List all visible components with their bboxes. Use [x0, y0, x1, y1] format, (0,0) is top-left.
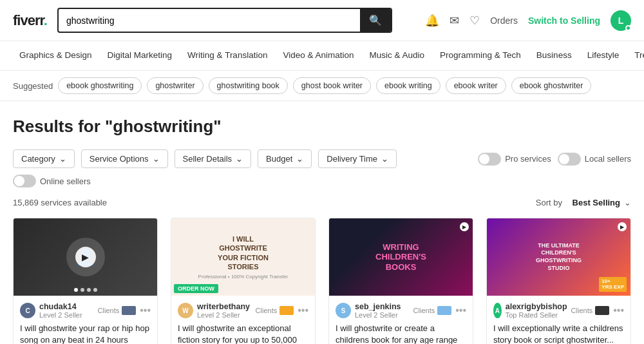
nav-item-graphics[interactable]: Graphics & Design	[13, 41, 99, 70]
local-sellers-toggle-group: Local sellers	[558, 153, 631, 166]
seller-name-3: alexrigbybishop	[506, 302, 567, 311]
sort-chevron-icon: ⌄	[624, 198, 631, 207]
more-button-3[interactable]: •••	[613, 305, 624, 316]
seller-details-filter[interactable]: Seller Details ⌄	[175, 149, 252, 168]
service-options-filter[interactable]: Service Options ⌄	[81, 149, 168, 168]
card-seller-2: S seb_jenkins Level 2 Seller Clients •••	[336, 302, 466, 319]
tag-1[interactable]: ghostwriter	[147, 77, 203, 94]
more-button-1[interactable]: •••	[298, 305, 308, 316]
online-sellers-label: Online sellers	[40, 177, 91, 186]
results-title: Results for "ghostwriting"	[13, 117, 631, 137]
more-button-2[interactable]: •••	[455, 305, 466, 316]
seller-avatar-0: C	[20, 303, 35, 318]
sort-by-dropdown[interactable]: Sort by Best Selling ⌄	[536, 198, 631, 207]
avatar[interactable]: L	[611, 10, 631, 31]
card-body-3: A alexrigbybishop Top Rated Seller Clien…	[487, 296, 630, 344]
seller-info-2: seb_jenkins Level 2 Seller	[355, 302, 410, 319]
category-filter[interactable]: Category ⌄	[13, 149, 75, 168]
budget-filter[interactable]: Budget ⌄	[258, 149, 312, 168]
clients-icon-2	[437, 306, 451, 315]
card-seller-3: A alexrigbybishop Top Rated Seller Clien…	[493, 302, 624, 319]
service-card-2[interactable]: WRITINGCHILDREN'SBOOKS ▶ S seb_jenkins L…	[328, 218, 473, 344]
card-body-2: S seb_jenkins Level 2 Seller Clients •••…	[329, 296, 473, 344]
pro-services-toggle[interactable]	[478, 153, 501, 166]
clients-label-3: Clients	[571, 307, 593, 314]
nav-item-trending[interactable]: Trending	[628, 41, 644, 70]
clients-badge-1: Clients	[256, 306, 294, 315]
delivery-time-filter[interactable]: Delivery Time ⌄	[318, 149, 397, 168]
clients-icon-0	[122, 306, 136, 315]
nav-item-lifestyle[interactable]: Lifestyle	[581, 41, 626, 70]
seller-avatar-2: S	[336, 303, 351, 318]
favorites-icon[interactable]: ♡	[469, 14, 480, 28]
service-card-0[interactable]: 👤 ▶ C chudak14 Level 2 Seller	[13, 218, 158, 344]
seller-level-2: Level 2 Seller	[355, 311, 410, 319]
switch-selling-button[interactable]: Switch to Selling	[528, 15, 600, 26]
pro-services-toggle-group: Pro services	[478, 153, 551, 166]
avatar-letter: L	[618, 15, 624, 26]
nav-item-business[interactable]: Business	[530, 41, 578, 70]
local-sellers-label: Local sellers	[585, 154, 631, 164]
video-icon-2: ▶	[460, 222, 469, 231]
card-image-3: THE ULTIMATECHILDREN'SGHOSTWRITINGSTUDIO…	[487, 218, 630, 296]
results-meta: 15,869 services available Sort by Best S…	[13, 198, 631, 207]
suggested-label: Suggested	[13, 81, 53, 91]
clients-label-1: Clients	[256, 307, 278, 314]
results-count: 15,869 services available	[13, 198, 107, 207]
tag-5[interactable]: ebook writer	[446, 77, 506, 94]
logo[interactable]: fiverr.	[13, 12, 47, 29]
tag-0[interactable]: ebook ghostwriting	[58, 77, 142, 94]
card-title-2: I will ghostwrite or create a childrens …	[336, 323, 466, 344]
play-button-0[interactable]: ▶	[75, 247, 96, 267]
suggested-bar: Suggested ebook ghostwriting ghostwriter…	[0, 71, 644, 101]
sort-by-label: Sort by	[536, 198, 562, 207]
clients-label-2: Clients	[413, 307, 435, 314]
card-image-2: WRITINGCHILDREN'SBOOKS ▶	[329, 218, 473, 296]
main-content: Results for "ghostwriting" Category ⌄ Se…	[0, 101, 644, 344]
order-now-badge-1: ORDER NOW	[174, 284, 218, 293]
card-title-0: I will ghostwrite your rap or hip hop so…	[20, 323, 151, 344]
nav-item-video[interactable]: Video & Animation	[276, 41, 360, 70]
seller-avatar-1: W	[178, 303, 193, 318]
tag-6[interactable]: ebook ghostwriter	[511, 77, 592, 94]
card-dots-0	[74, 288, 97, 292]
search-bar: 🔍	[57, 8, 392, 33]
online-sellers-toggle-group: Online sellers	[13, 175, 91, 187]
clients-icon-1	[279, 306, 294, 315]
seller-info-3: alexrigbybishop Top Rated Seller	[506, 302, 567, 319]
message-icon[interactable]: ✉	[450, 14, 459, 28]
seller-level-0: Level 2 Seller	[39, 311, 94, 319]
service-card-1[interactable]: I WILLGHOSTWRITEYOUR FICTIONSTORIES Prof…	[171, 218, 316, 344]
local-sellers-toggle[interactable]	[558, 153, 581, 166]
seller-avatar-3: A	[493, 303, 502, 318]
seller-info-0: chudak14 Level 2 Seller	[39, 302, 94, 319]
nav-item-writing[interactable]: Writing & Translation	[181, 41, 274, 70]
card-seller-1: W writerbethany Level 2 Seller Clients •…	[178, 302, 308, 319]
search-button[interactable]: 🔍	[360, 9, 391, 32]
tag-2[interactable]: ghostwriting book	[209, 77, 288, 94]
play-button-3[interactable]: ▶	[618, 222, 627, 231]
clients-badge-0: Clients	[98, 306, 137, 315]
seller-info-1: writerbethany Level 2 Seller	[197, 302, 252, 319]
card-body-0: C chudak14 Level 2 Seller Clients ••• I …	[14, 296, 157, 344]
pro-services-label: Pro services	[505, 154, 551, 164]
online-sellers-toggle[interactable]	[13, 175, 36, 187]
header: fiverr. 🔍 🔔 ✉ ♡ Orders Switch to Selling…	[0, 0, 644, 41]
top-rated-badge-3: 10+YRS EXP	[599, 277, 627, 292]
seller-name-2: seb_jenkins	[355, 302, 410, 311]
orders-link[interactable]: Orders	[490, 15, 518, 26]
card-seller-0: C chudak14 Level 2 Seller Clients •••	[20, 302, 151, 319]
clients-label-0: Clients	[98, 307, 120, 314]
seller-name-1: writerbethany	[197, 302, 252, 311]
tag-3[interactable]: ghost book writer	[293, 77, 371, 94]
service-card-3[interactable]: THE ULTIMATECHILDREN'SGHOSTWRITINGSTUDIO…	[486, 218, 631, 344]
clients-icon-3	[595, 306, 609, 315]
search-input[interactable]	[59, 10, 360, 31]
nav-item-programming[interactable]: Programming & Tech	[433, 41, 527, 70]
seller-level-1: Level 2 Seller	[197, 311, 252, 319]
notification-icon[interactable]: 🔔	[425, 14, 439, 28]
tag-4[interactable]: ebook writing	[376, 77, 440, 94]
more-button-0[interactable]: •••	[140, 305, 151, 316]
nav-item-marketing[interactable]: Digital Marketing	[101, 41, 179, 70]
nav-item-music[interactable]: Music & Audio	[363, 41, 431, 70]
